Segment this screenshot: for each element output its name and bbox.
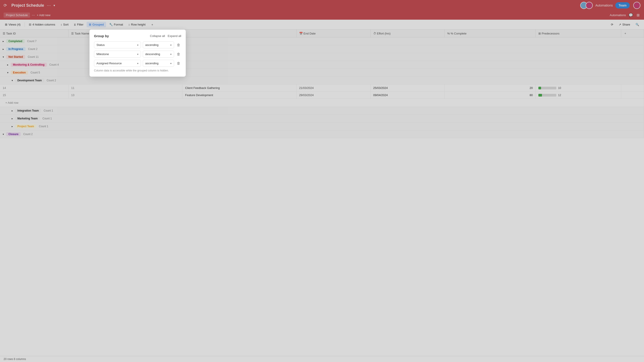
chevron-icon-1	[136, 43, 138, 47]
field-label-1: Status	[96, 43, 105, 47]
chevron-icon-order-3	[170, 62, 172, 65]
chevron-icon-order-1	[170, 43, 172, 47]
group-config-row-3: Assigned Resource ascending 🗑	[94, 60, 181, 67]
order-label-1: ascending	[145, 43, 158, 47]
field-label-2: Milestone	[96, 52, 109, 56]
order-select-3[interactable]: ascending	[143, 60, 174, 67]
order-select-2[interactable]: descending	[143, 51, 174, 58]
chevron-icon-3	[136, 62, 138, 65]
chevron-icon-2	[136, 52, 138, 56]
order-select-1[interactable]: ascending	[143, 42, 174, 48]
group-config-row-1: Status ascending 🗑	[94, 42, 181, 48]
modal-actions: Collapse all Expand all	[150, 34, 181, 38]
field-select-1[interactable]: Status	[94, 42, 141, 48]
chevron-icon-order-2	[170, 52, 172, 56]
group-by-modal: Group by Collapse all Expand all Status …	[90, 30, 186, 77]
delete-group-3-button[interactable]: 🗑	[176, 61, 181, 66]
field-select-3[interactable]: Assigned Resource	[94, 60, 141, 67]
field-select-2[interactable]: Milestone	[94, 51, 141, 58]
modal-header: Group by Collapse all Expand all	[94, 34, 181, 38]
order-label-3: ascending	[145, 62, 158, 65]
delete-group-2-button[interactable]: 🗑	[176, 51, 181, 57]
delete-group-1-button[interactable]: 🗑	[176, 42, 181, 48]
order-label-2: descending	[145, 52, 160, 56]
modal-hint: Column data is accessible while the grou…	[94, 69, 181, 72]
group-config-row-2: Milestone descending 🗑	[94, 51, 181, 58]
modal-title: Group by	[94, 34, 109, 38]
collapse-all-button[interactable]: Collapse all	[150, 34, 165, 38]
expand-all-button[interactable]: Expand all	[168, 34, 181, 38]
field-label-3: Assigned Resource	[96, 62, 122, 65]
